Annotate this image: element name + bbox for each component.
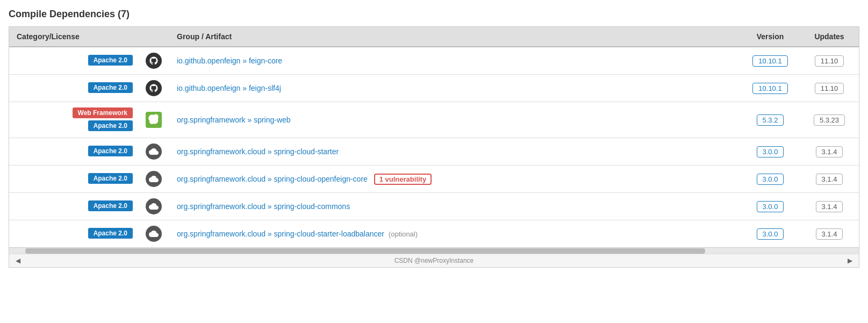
artifact-name[interactable]: org.springframework.cloud » spring-cloud…	[177, 147, 339, 156]
artifact-cell: org.springframework.cloud » spring-cloud…	[169, 138, 741, 166]
updates-cell: 3.1.4	[800, 220, 859, 248]
category-header: Category/License	[9, 27, 138, 47]
license-badge: Apache 2.0	[88, 228, 133, 239]
license-badge: Apache 2.0	[88, 146, 133, 156]
version-badge[interactable]: 3.0.0	[757, 201, 784, 212]
page-title: Compile Dependencies (7)	[9, 9, 859, 20]
version-cell: 3.0.0	[741, 166, 800, 193]
updates-cell: 3.1.4	[800, 193, 859, 220]
table-row: Apache 2.0 org.springframework.cloud » s…	[9, 193, 859, 220]
footer-bar: ◀ CSDN @newProxyInstance ▶	[9, 254, 859, 267]
updates-header: Updates	[800, 27, 859, 47]
category-cell: Apache 2.0	[9, 193, 138, 220]
license-badge: Apache 2.0	[88, 200, 133, 211]
category-cell: Web FrameworkApache 2.0	[9, 102, 138, 138]
update-badge[interactable]: 5.3.23	[814, 114, 845, 126]
category-cell: Apache 2.0	[9, 166, 138, 193]
icon-cell: sp	[138, 102, 169, 138]
github-icon	[146, 80, 162, 96]
scrollbar-thumb[interactable]	[25, 248, 705, 254]
icon-header	[138, 27, 169, 47]
version-cell: 3.0.0	[741, 138, 800, 166]
table-row: Apache 2.0 org.springframework.cloud » s…	[9, 220, 859, 248]
vulnerability-badge: 1 vulnerability	[374, 174, 432, 185]
license-badge: Apache 2.0	[88, 120, 133, 131]
version-cell: 5.3.2	[741, 102, 800, 138]
version-cell: 10.10.1	[741, 47, 800, 75]
cloud-icon	[146, 198, 162, 214]
updates-cell: 5.3.23	[800, 102, 859, 138]
artifact-cell: org.springframework.cloud » spring-cloud…	[169, 220, 741, 248]
category-cell: Apache 2.0	[9, 75, 138, 102]
scroll-left-icon[interactable]: ◀	[13, 256, 22, 265]
version-cell: 3.0.0	[741, 193, 800, 220]
scroll-right-icon[interactable]: ▶	[846, 256, 855, 265]
version-badge[interactable]: 3.0.0	[757, 228, 784, 240]
version-badge[interactable]: 10.10.1	[752, 55, 787, 67]
icon-cell	[138, 220, 169, 248]
cloud-icon	[146, 171, 162, 187]
artifact-name[interactable]: org.springframework.cloud » spring-cloud…	[177, 229, 384, 238]
category-cell: Apache 2.0	[9, 47, 138, 75]
artifact-name[interactable]: io.github.openfeign » feign-core	[177, 56, 282, 65]
svg-text:sp: sp	[150, 118, 154, 123]
spring-icon: sp	[146, 112, 162, 128]
table-row: Apache 2.0 org.springframework.cloud » s…	[9, 166, 859, 193]
dependencies-table-wrapper: Category/License Group / Artifact Versio…	[9, 26, 859, 268]
artifact-name[interactable]: org.springframework » spring-web	[177, 116, 291, 124]
icon-cell	[138, 166, 169, 193]
license-badge: Web Framework	[73, 107, 133, 118]
table-row: Apache 2.0 org.springframework.cloud » s…	[9, 138, 859, 166]
version-badge[interactable]: 5.3.2	[757, 114, 784, 126]
version-header: Version	[741, 27, 800, 47]
update-badge[interactable]: 3.1.4	[816, 174, 843, 185]
artifact-name[interactable]: org.springframework.cloud » spring-cloud…	[177, 175, 368, 183]
artifact-name[interactable]: org.springframework.cloud » spring-cloud…	[177, 202, 350, 211]
license-badge: Apache 2.0	[88, 173, 133, 184]
version-badge[interactable]: 3.0.0	[757, 174, 784, 185]
github-icon	[146, 53, 162, 69]
updates-cell: 11.10	[800, 75, 859, 102]
update-badge[interactable]: 3.1.4	[816, 146, 843, 157]
icon-cell	[138, 138, 169, 166]
category-cell: Apache 2.0	[9, 220, 138, 248]
table-row: Apache 2.0 io.github.openfeign » feign-s…	[9, 75, 859, 102]
update-badge[interactable]: 11.10	[815, 83, 844, 94]
icon-cell	[138, 75, 169, 102]
version-cell: 10.10.1	[741, 75, 800, 102]
optional-label: (optional)	[389, 230, 418, 238]
update-badge[interactable]: 11.10	[815, 55, 844, 67]
artifact-cell: org.springframework » spring-web	[169, 102, 741, 138]
table-body: Apache 2.0 io.github.openfeign » feign-c…	[9, 47, 859, 247]
update-badge[interactable]: 3.1.4	[816, 201, 843, 212]
updates-cell: 11.10	[800, 47, 859, 75]
updates-cell: 3.1.4	[800, 166, 859, 193]
updates-cell: 3.1.4	[800, 138, 859, 166]
artifact-cell: org.springframework.cloud » spring-cloud…	[169, 193, 741, 220]
artifact-cell: io.github.openfeign » feign-slf4j	[169, 75, 741, 102]
table-row: Web FrameworkApache 2.0 sp org.springfra…	[9, 102, 859, 138]
artifact-cell: org.springframework.cloud » spring-cloud…	[169, 166, 741, 193]
footer-credit: CSDN @newProxyInstance	[394, 257, 474, 264]
artifact-cell: io.github.openfeign » feign-core	[169, 47, 741, 75]
update-badge[interactable]: 3.1.4	[816, 228, 843, 240]
version-cell: 3.0.0	[741, 220, 800, 248]
icon-cell	[138, 47, 169, 75]
cloud-icon	[146, 226, 162, 242]
artifact-header: Group / Artifact	[169, 27, 741, 47]
dependencies-table: Category/License Group / Artifact Versio…	[9, 27, 859, 247]
version-badge[interactable]: 3.0.0	[757, 146, 784, 157]
artifact-name[interactable]: io.github.openfeign » feign-slf4j	[177, 84, 281, 92]
license-badge: Apache 2.0	[88, 55, 133, 66]
license-badge: Apache 2.0	[88, 82, 133, 93]
category-cell: Apache 2.0	[9, 138, 138, 166]
scrollbar-track[interactable]	[9, 247, 859, 254]
cloud-icon	[146, 143, 162, 160]
icon-cell	[138, 193, 169, 220]
table-row: Apache 2.0 io.github.openfeign » feign-c…	[9, 47, 859, 75]
table-header: Category/License Group / Artifact Versio…	[9, 27, 859, 47]
version-badge[interactable]: 10.10.1	[752, 83, 787, 94]
